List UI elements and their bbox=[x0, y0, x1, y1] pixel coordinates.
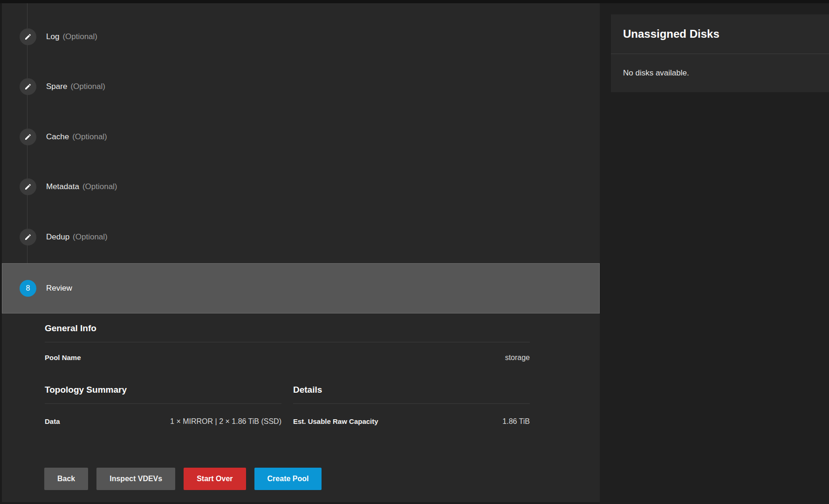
stepper-step-spare[interactable]: Spare (Optional) bbox=[2, 75, 105, 98]
top-bar bbox=[0, 0, 829, 3]
pool-name-label: Pool Name bbox=[45, 353, 81, 362]
data-vdev-value: 1 × MIRROR | 2 × 1.86 TiB (SSD) bbox=[170, 417, 281, 426]
data-vdev-label: Data bbox=[45, 417, 60, 426]
edit-icon bbox=[20, 28, 36, 45]
step-optional-suffix: (Optional) bbox=[62, 32, 97, 41]
wizard-actions: Back Inspect VDEVs Start Over Create Poo… bbox=[44, 468, 322, 490]
inspect-vdevs-button[interactable]: Inspect VDEVs bbox=[96, 468, 175, 490]
topology-summary-column: Topology Summary Data 1 × MIRROR | 2 × 1… bbox=[45, 385, 281, 426]
unassigned-disks-body: No disks available. bbox=[611, 54, 829, 78]
step-optional-suffix: (Optional) bbox=[70, 82, 105, 91]
edit-icon bbox=[20, 229, 36, 245]
step-optional-suffix: (Optional) bbox=[72, 132, 107, 142]
stepper-step-review-active[interactable]: 8 Review bbox=[2, 263, 600, 313]
topology-summary-title: Topology Summary bbox=[45, 385, 281, 394]
back-button[interactable]: Back bbox=[44, 468, 88, 490]
stepper-step-cache[interactable]: Cache (Optional) bbox=[2, 126, 107, 148]
review-step-content: General Info Pool Name storage Topology … bbox=[45, 313, 530, 426]
edit-icon bbox=[20, 129, 36, 145]
step-number-badge: 8 bbox=[20, 280, 36, 297]
details-column: Details Est. Usable Raw Capacity 1.86 Ti… bbox=[293, 385, 530, 426]
step-number: 8 bbox=[26, 284, 30, 293]
step-label: Log bbox=[46, 32, 59, 41]
pool-name-value: storage bbox=[505, 353, 530, 362]
summary-columns: Topology Summary Data 1 × MIRROR | 2 × 1… bbox=[45, 385, 530, 426]
step-label: Dedup bbox=[46, 232, 69, 242]
step-optional-suffix: (Optional) bbox=[82, 182, 117, 191]
edit-icon bbox=[20, 178, 36, 195]
start-over-button[interactable]: Start Over bbox=[184, 468, 246, 490]
step-label: Cache bbox=[46, 132, 69, 142]
usable-capacity-row: Est. Usable Raw Capacity 1.86 TiB bbox=[293, 417, 530, 426]
section-divider bbox=[45, 342, 530, 342]
data-vdev-row: Data 1 × MIRROR | 2 × 1.86 TiB (SSD) bbox=[45, 417, 281, 426]
unassigned-disks-title: Unassigned Disks bbox=[623, 27, 817, 41]
details-title: Details bbox=[293, 385, 530, 394]
step-label: Spare bbox=[46, 82, 67, 91]
usable-capacity-label: Est. Usable Raw Capacity bbox=[293, 417, 378, 426]
section-divider bbox=[293, 403, 530, 404]
general-info-title: General Info bbox=[45, 324, 530, 333]
step-label: Review bbox=[46, 284, 72, 293]
usable-capacity-value: 1.86 TiB bbox=[502, 417, 530, 426]
unassigned-disks-panel: Unassigned Disks No disks available. bbox=[611, 14, 829, 92]
step-optional-suffix: (Optional) bbox=[73, 232, 108, 242]
no-disks-message: No disks available. bbox=[623, 68, 689, 77]
create-pool-button[interactable]: Create Pool bbox=[254, 468, 322, 490]
stepper-step-metadata[interactable]: Metadata (Optional) bbox=[2, 176, 117, 198]
section-divider bbox=[45, 403, 281, 404]
bottom-edge-strip bbox=[0, 502, 600, 504]
pool-name-row: Pool Name storage bbox=[45, 353, 530, 362]
unassigned-disks-header: Unassigned Disks bbox=[611, 14, 829, 41]
stepper-step-dedup[interactable]: Dedup (Optional) bbox=[2, 226, 108, 248]
edit-icon bbox=[20, 78, 36, 95]
stepper-step-log[interactable]: Log (Optional) bbox=[2, 26, 97, 48]
step-label: Metadata bbox=[46, 182, 79, 191]
